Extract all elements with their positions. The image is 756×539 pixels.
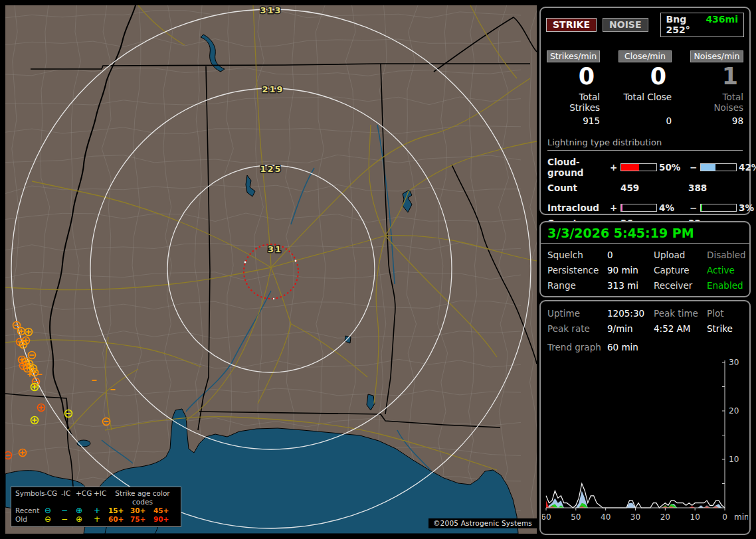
ring-label-31: 31: [268, 244, 282, 254]
plot-value: Strike: [707, 323, 743, 334]
plus-sign: +: [610, 162, 620, 173]
trend-panel: Uptime 1205:30 Peak time Plot Peak rate …: [539, 300, 751, 535]
trend-graph-label: Trend graph: [547, 342, 607, 352]
age-45: 45+: [153, 506, 177, 515]
total-strikes-label: Total Strikes: [547, 92, 600, 113]
age-30: 30+: [130, 506, 153, 515]
receiver-label: Receiver: [654, 280, 707, 291]
total-noises-label: Total Noises: [690, 92, 743, 113]
squelch-value: 0: [607, 250, 654, 260]
lightning-type-distribution: Lightning type distribution Cloud-ground…: [541, 137, 749, 228]
close-per-min-header: Close/min: [618, 50, 672, 62]
persistence-label: Persistence: [547, 265, 607, 275]
cloud-ground-label: Cloud-ground: [547, 157, 610, 178]
cg-positive-bar: [620, 163, 657, 171]
old-cg-neg-icon: ⊖: [45, 515, 61, 524]
legend-col-pos-ic: +IC: [94, 489, 108, 506]
x-tick-label: 40: [601, 512, 611, 522]
copyright-text: ©2005 Astrogenic Systems: [428, 518, 537, 528]
x-tick-label: 20: [660, 512, 670, 522]
age-90: 90+: [153, 515, 177, 524]
range-label: Range: [547, 280, 607, 291]
trend-series-noises: [546, 501, 725, 508]
intracloud-label: Intracloud: [547, 202, 610, 213]
cg-positive-count: 459: [620, 183, 688, 193]
plus-sign: +: [610, 202, 620, 213]
age-60: 60+: [108, 515, 130, 524]
legend-row-old-label: Old: [15, 515, 45, 524]
y-tick-label: 20: [729, 406, 739, 416]
cg-negative-pct: 42%: [739, 162, 756, 173]
upload-status: Disabled: [707, 250, 746, 260]
bearing-readout: Bng 252° 436mi: [660, 13, 744, 37]
receiver-status: Enabled: [707, 280, 746, 291]
y-tick-label: 30: [729, 358, 739, 367]
legend-row-recent-label: Recent: [15, 506, 45, 515]
trend-graph-window: 60 min: [607, 342, 743, 352]
age-15: 15+: [108, 506, 130, 515]
legend-symbols-header: Symbols: [15, 489, 45, 506]
legend-col-neg-cg: -CG: [45, 489, 61, 506]
x-tick-label: 60: [542, 512, 551, 522]
uptime-label: Uptime: [547, 308, 607, 319]
map-legend: Symbols -CG -IC +CG +IC Strike age color…: [11, 487, 181, 527]
current-datetime: 3/3/2026 5:45:19 PM: [541, 222, 749, 243]
legend-age-header: Strike age color codes: [108, 489, 177, 506]
peak-time-label: Peak time: [654, 308, 707, 319]
status-panel: 3/3/2026 5:45:19 PM Squelch 0 Upload Dis…: [539, 221, 751, 297]
capture-status: Active: [707, 265, 746, 275]
total-close-value: 0: [618, 116, 672, 126]
ic-positive-bar: [620, 204, 657, 212]
noises-per-min-value: 1: [690, 62, 743, 90]
capture-label: Capture: [654, 265, 707, 275]
upload-label: Upload: [654, 250, 707, 260]
peak-rate-label: Peak rate: [547, 323, 607, 334]
old-ic-pos-icon: +: [94, 515, 108, 524]
app-window: 313 219 125 31 Symbols -CG -IC +CG +IC S…: [0, 0, 756, 539]
cg-count-label: Count: [547, 183, 620, 193]
minus-sign: −: [690, 202, 700, 213]
peak-time-value: 4:52 AM: [654, 323, 707, 334]
cg-positive-pct: 50%: [659, 162, 690, 173]
old-ic-neg-icon: −: [61, 515, 76, 524]
minus-sign: −: [690, 162, 700, 173]
uptime-value: 1205:30: [607, 308, 654, 319]
plot-label: Plot: [707, 308, 743, 319]
y-tick-label: 10: [729, 455, 739, 464]
range-value: 313 mi: [607, 280, 654, 291]
bearing-value: Bng 252°: [666, 14, 698, 35]
close-per-min-value: 0: [618, 62, 672, 90]
legend-col-neg-ic: -IC: [61, 489, 76, 506]
stats-panel: STRIKE NOISE Bng 252° 436mi Strikes/min …: [539, 7, 751, 215]
noise-mode-button[interactable]: NOISE: [603, 18, 648, 32]
total-noises-value: 98: [690, 116, 743, 126]
x-tick-label: 10: [690, 512, 700, 522]
ic-negative-bar: [700, 204, 737, 212]
bearing-distance: 436mi: [706, 14, 738, 35]
ic-negative-pct: 3%: [739, 202, 754, 213]
lightning-map[interactable]: 313 219 125 31 Symbols -CG -IC +CG +IC S…: [5, 5, 537, 534]
x-axis-unit: min: [734, 512, 748, 522]
x-tick-label: 0: [722, 512, 727, 522]
cg-negative-bar: [700, 163, 737, 171]
total-close-label: Total Close: [618, 92, 672, 113]
persistence-value: 90 min: [607, 265, 654, 275]
strike-mode-button[interactable]: STRIKE: [546, 18, 597, 32]
cg-negative-count: 388: [688, 183, 743, 193]
total-strikes-value: 915: [547, 116, 600, 126]
old-cg-pos-icon: ⊕: [76, 515, 94, 524]
trend-graph: 1020306050403020100min: [542, 354, 748, 528]
peak-rate-value: 9/min: [607, 323, 654, 334]
squelch-label: Squelch: [547, 250, 607, 260]
ring-label-219: 219: [262, 84, 284, 94]
trend-series-strikes: [546, 484, 725, 508]
strikes-per-min-value: 0: [547, 62, 600, 90]
x-tick-label: 30: [630, 512, 640, 522]
noises-per-min-header: Noises/min: [690, 50, 743, 62]
ring-label-125: 125: [260, 164, 282, 174]
legend-col-pos-cg: +CG: [76, 489, 94, 506]
trend-series-close: [546, 491, 725, 508]
map-canvas: 313 219 125 31: [5, 5, 537, 534]
x-tick-label: 50: [571, 512, 581, 522]
distribution-title: Lightning type distribution: [547, 137, 743, 151]
